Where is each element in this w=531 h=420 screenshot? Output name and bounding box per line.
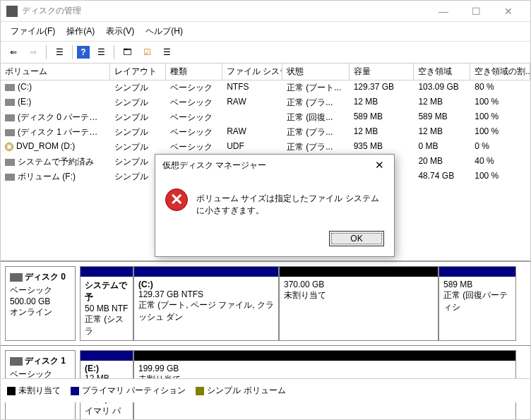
legend-primary: プライマリ パーティション	[71, 385, 186, 397]
dialog-message: ボリューム サイズは指定したファイル システムに小さすぎます。	[196, 188, 384, 217]
col-fs[interactable]: ファイル システム	[222, 64, 282, 80]
error-icon: ✕	[165, 188, 188, 211]
ok-button[interactable]: OK	[329, 231, 384, 246]
col-layout[interactable]: レイアウト	[110, 64, 167, 80]
close-button[interactable]: ✕	[492, 1, 525, 22]
menu-view[interactable]: 表示(V)	[102, 23, 138, 40]
partition[interactable]: システムで予50 MB NTF正常 (シスラ	[80, 266, 133, 341]
maximize-button[interactable]: ☐	[460, 1, 492, 22]
drive-icon	[5, 114, 15, 121]
partition[interactable]: (C:)129.37 GB NTFS正常 (ブート, ページ ファイル, クラッ…	[133, 266, 279, 341]
table-row[interactable]: (ディスク 0 パーティシ...シンプルベーシック正常 (回復...589 MB…	[1, 110, 530, 125]
legend-simple: シンプル ボリューム	[196, 385, 285, 397]
dialog-titlebar: 仮想ディスク マネージャー ✕	[155, 155, 394, 176]
col-status[interactable]: 状態	[282, 64, 350, 80]
table-row[interactable]: DVD_ROM (D:)シンプルベーシックUDF正常 (プラ...935 MB0…	[1, 140, 530, 155]
toolbar-icon-1[interactable]: ☰	[51, 44, 68, 60]
drive-icon	[5, 99, 15, 106]
dialog-close-icon[interactable]: ✕	[372, 159, 387, 172]
minimize-button[interactable]: —	[427, 1, 460, 22]
forward-button[interactable]: ⇒	[25, 44, 42, 60]
col-freepct[interactable]: 空き領域の割...	[470, 64, 530, 80]
table-row[interactable]: (C:)シンプルベーシックNTFS正常 (ブート...129.37 GB103.…	[1, 80, 530, 95]
toolbar: ⇐ ⇒ ☰ ? ☰ 🗔 ☑ ☰	[1, 42, 530, 64]
help-icon[interactable]: ?	[77, 46, 90, 59]
toolbar-icon-4[interactable]: ☑	[138, 44, 155, 60]
partition[interactable]: 589 MB正常 (回復パーティシ	[438, 266, 516, 341]
dialog-title: 仮想ディスク マネージャー	[162, 160, 372, 172]
table-row[interactable]: (E:)シンプルベーシックRAW正常 (プラ...12 MB12 MB100 %	[1, 95, 530, 110]
menu-file[interactable]: ファイル(F)	[6, 23, 59, 40]
drive-icon	[5, 174, 15, 181]
toolbar-icon-3[interactable]: 🗔	[119, 44, 136, 60]
disk-icon	[10, 357, 23, 366]
legend-unalloc: 未割り当て	[7, 385, 61, 397]
drive-icon	[5, 159, 15, 166]
drive-icon	[5, 84, 15, 91]
col-type[interactable]: 種類	[166, 64, 222, 80]
menubar: ファイル(F) 操作(A) 表示(V) ヘルプ(H)	[1, 22, 530, 42]
error-dialog: 仮想ディスク マネージャー ✕ ✕ ボリューム サイズは指定したファイル システ…	[155, 154, 395, 257]
col-volume[interactable]: ボリューム	[1, 64, 110, 80]
disk-info[interactable]: ディスク 0ベーシック500.00 GBオンライン	[5, 266, 76, 341]
dvd-icon	[5, 143, 13, 151]
grid-header: ボリューム レイアウト 種類 ファイル システム 状態 容量 空き領域 空き領域…	[1, 64, 530, 80]
disk-panel: ディスク 0ベーシック500.00 GBオンラインシステムで予50 MB NTF…	[1, 262, 530, 346]
toolbar-icon-5[interactable]: ☰	[158, 44, 175, 60]
table-row[interactable]: (ディスク 1 パーティシ...シンプルベーシックRAW正常 (プラ...12 …	[1, 125, 530, 140]
legend: 未割り当て プライマリ パーティション シンプル ボリューム	[1, 378, 530, 402]
back-button[interactable]: ⇐	[5, 44, 22, 60]
partition[interactable]: 370.00 GB未割り当て	[279, 266, 438, 341]
titlebar: ディスクの管理 — ☐ ✕	[1, 1, 530, 22]
disk-icon	[10, 273, 23, 282]
window-title: ディスクの管理	[22, 5, 427, 17]
col-free[interactable]: 空き領域	[414, 64, 470, 80]
toolbar-icon-2[interactable]: ☰	[93, 44, 109, 60]
col-capacity[interactable]: 容量	[350, 64, 414, 80]
menu-help[interactable]: ヘルプ(H)	[141, 23, 187, 40]
drive-icon	[5, 129, 15, 136]
app-icon	[6, 6, 18, 17]
menu-action[interactable]: 操作(A)	[62, 23, 99, 40]
